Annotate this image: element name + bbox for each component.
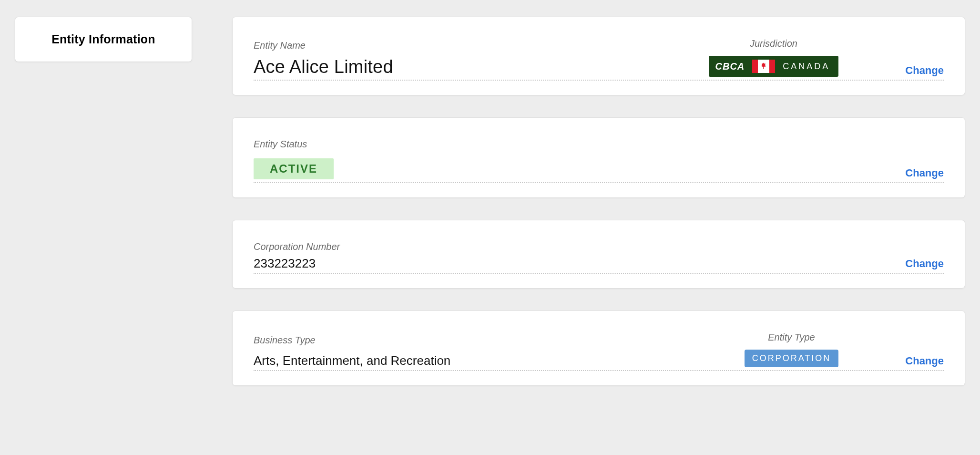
jurisdiction-field: Jurisdiction CBCA CANADA	[709, 38, 839, 77]
entity-name-value: Ace Alice Limited	[254, 58, 393, 77]
business-type-field: Business Type Arts, Entertainment, and R…	[254, 335, 450, 367]
corporation-number-card: Corporation Number 233223223 Change	[233, 220, 965, 288]
status-badge: ACTIVE	[254, 158, 334, 179]
business-type-label: Business Type	[254, 335, 450, 346]
entity-name-card: Entity Name Ace Alice Limited Jurisdicti…	[233, 17, 965, 95]
sidebar: Entity Information	[15, 17, 192, 385]
change-business-type-link[interactable]: Change	[905, 355, 944, 367]
change-corp-number-link[interactable]: Change	[905, 258, 944, 270]
entity-status-field: Entity Status ACTIVE	[254, 139, 334, 179]
jurisdiction-pill: CBCA CANADA	[709, 56, 839, 77]
jurisdiction-code: CBCA	[715, 61, 745, 72]
canada-flag-icon	[752, 60, 775, 73]
entity-name-label: Entity Name	[254, 40, 393, 51]
sidebar-title: Entity Information	[20, 32, 187, 46]
jurisdiction-country: CANADA	[783, 62, 830, 72]
corporation-number-label: Corporation Number	[254, 241, 340, 252]
change-entity-name-link[interactable]: Change	[905, 64, 944, 77]
main-content: Entity Name Ace Alice Limited Jurisdicti…	[233, 17, 965, 385]
sidebar-card: Entity Information	[15, 17, 192, 62]
entity-type-badge: CORPORATION	[745, 350, 839, 367]
change-status-link[interactable]: Change	[905, 167, 944, 179]
business-type-card: Business Type Arts, Entertainment, and R…	[233, 311, 965, 385]
entity-type-field: Entity Type CORPORATION	[745, 332, 839, 367]
entity-status-label: Entity Status	[254, 139, 334, 150]
business-type-value: Arts, Entertainment, and Recreation	[254, 354, 450, 367]
corporation-number-value: 233223223	[254, 257, 340, 270]
entity-name-field: Entity Name Ace Alice Limited	[254, 40, 393, 77]
jurisdiction-label: Jurisdiction	[750, 38, 797, 49]
entity-type-label: Entity Type	[768, 332, 815, 343]
entity-status-card: Entity Status ACTIVE Change	[233, 118, 965, 197]
corporation-number-field: Corporation Number 233223223	[254, 241, 340, 270]
